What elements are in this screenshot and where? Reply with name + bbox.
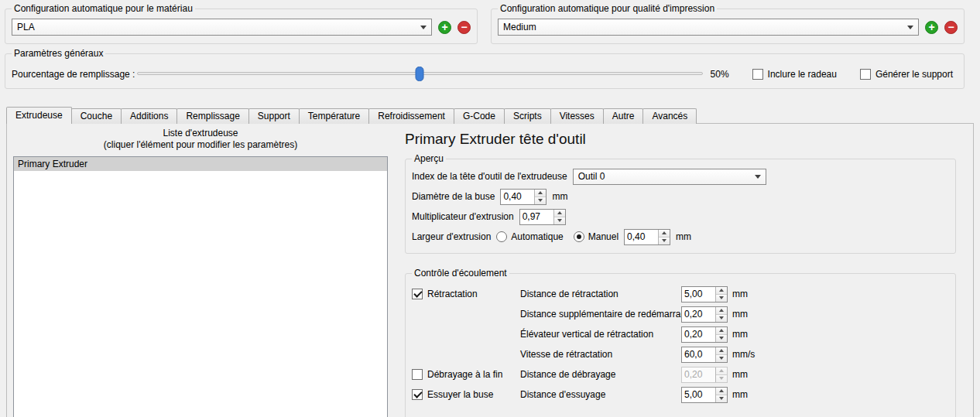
quality-config-group: Configuration automatique pour qualité d… (491, 3, 965, 44)
remove-material-button[interactable]: − (457, 21, 471, 34)
retraction-speed-label: Vitesse de rétractation (520, 349, 681, 360)
list-item-primary-extruder[interactable]: Primary Extruder (14, 157, 387, 171)
extruder-list-title: Liste d'extrudeuse (13, 128, 388, 139)
toolhead-index-select[interactable]: Outil 0 (573, 169, 766, 185)
nozzle-diameter-unit: mm (552, 191, 567, 202)
wipe-distance-spinner (681, 387, 728, 403)
infill-slider[interactable] (137, 66, 703, 82)
wipe-distance-label: Distance d'essuyage (520, 389, 681, 400)
wipe-distance-input[interactable] (682, 388, 715, 402)
nozzle-diameter-input[interactable] (501, 190, 534, 204)
generate-support-checkbox[interactable] (860, 69, 871, 80)
spinner-buttons (715, 367, 727, 382)
toolhead-index-label: Index de la tête d'outil de l'extrudeuse (412, 171, 567, 182)
coast-distance-unit: mm (732, 369, 949, 380)
chevron-down-icon (907, 26, 913, 29)
overview-group: Aperçu Index de la tête d'outil de l'ext… (405, 153, 956, 254)
spin-up-icon (716, 367, 727, 374)
spin-up-icon[interactable] (716, 307, 727, 314)
extrusion-width-auto-radio[interactable] (496, 231, 507, 242)
spin-down-icon[interactable] (716, 294, 727, 302)
tab-couche[interactable]: Couche (71, 108, 122, 124)
extrusion-width-manual-radio[interactable] (574, 231, 584, 242)
extrusion-width-auto-radio-group[interactable]: Automatique (496, 231, 563, 242)
add-quality-button[interactable]: + (925, 21, 938, 34)
spin-up-icon[interactable] (716, 388, 727, 395)
chevron-down-icon (420, 26, 427, 29)
wipe-checkbox-group[interactable]: Essuyer la buse (412, 389, 520, 400)
spin-up-icon[interactable] (554, 210, 565, 217)
spin-up-icon[interactable] (716, 327, 727, 334)
spin-down-icon[interactable] (716, 334, 727, 342)
spin-down-icon[interactable] (554, 217, 565, 224)
material-select[interactable]: PLA (12, 19, 432, 36)
toolhead-index-row: Index de la tête d'outil de l'extrudeuse… (412, 166, 949, 186)
retraction-speed-input[interactable] (682, 347, 715, 362)
wipe-checkbox[interactable] (412, 389, 423, 400)
vertical-lift-spinner (681, 326, 728, 343)
generate-support-checkbox-group[interactable]: Générer le support (860, 69, 953, 80)
toolhead-title: Primary Extruder tête d'outil (405, 131, 586, 148)
spin-up-icon[interactable] (716, 287, 727, 294)
tab-scripts[interactable]: Scripts (504, 108, 551, 124)
spin-up-icon[interactable] (535, 190, 546, 197)
spin-down-icon[interactable] (535, 197, 546, 204)
extrusion-multiplier-label: Multiplicateur d'extrusion (412, 211, 514, 222)
retraction-distance-input[interactable] (682, 287, 715, 302)
retraction-checkbox[interactable] (412, 289, 423, 299)
spin-down-icon (716, 374, 727, 382)
spinner-buttons (715, 388, 727, 402)
extrusion-width-auto-label: Automatique (511, 231, 563, 242)
tab-temperature[interactable]: Température (299, 108, 369, 124)
nozzle-diameter-spinner (500, 189, 547, 205)
spin-up-icon[interactable] (716, 347, 727, 354)
spin-down-icon[interactable] (716, 395, 727, 402)
tab-extrudeuse[interactable]: Extrudeuse (6, 107, 72, 124)
tab-gcode[interactable]: G-Code (454, 108, 505, 124)
infill-slider-handle[interactable] (416, 67, 424, 81)
retraction-checkbox-group[interactable]: Rétractation (412, 289, 520, 299)
extrusion-multiplier-input[interactable] (520, 210, 553, 224)
tab-additions[interactable]: Additions (121, 108, 177, 124)
coast-checkbox[interactable] (412, 369, 423, 380)
spin-up-icon[interactable] (659, 230, 670, 237)
extrusion-width-manual-radio-group[interactable]: Manuel (574, 231, 618, 242)
include-raft-checkbox-group[interactable]: Inclure le radeau (752, 69, 837, 80)
material-config-row: PLA + − (12, 19, 471, 36)
quality-select[interactable]: Medium (498, 19, 919, 36)
spin-down-icon[interactable] (716, 314, 727, 322)
vertical-lift-input[interactable] (682, 327, 715, 342)
plus-icon: + (928, 22, 934, 32)
chevron-down-icon (755, 175, 761, 179)
spin-down-icon[interactable] (659, 237, 670, 244)
vertical-lift-row: Élévateur vertical de rétractation mm (412, 324, 949, 344)
extrusion-width-input[interactable] (625, 230, 658, 244)
extrusion-width-row: Largeur d'extrusion Automatique Manuel (412, 227, 949, 247)
tab-vitesses[interactable]: Vitesses (550, 108, 604, 124)
tab-support[interactable]: Support (248, 108, 300, 124)
tab-autre[interactable]: Autre (603, 108, 644, 124)
material-config-title: Configuration automatique pour le matéri… (12, 3, 195, 14)
ooze-control-group: Contrôle d'écoulement Rétractation Dista… (405, 268, 956, 417)
spinner-buttons (715, 327, 727, 342)
remove-quality-button[interactable]: − (944, 21, 958, 34)
general-settings-group: Paramètres généraux Pourcentage de rempl… (5, 48, 965, 89)
include-raft-label: Inclure le radeau (768, 69, 837, 80)
wipe-distance-row: Essuyer la buse Distance d'essuyage mm (412, 385, 949, 405)
include-raft-checkbox[interactable] (752, 69, 763, 80)
spinner-buttons (658, 230, 670, 244)
tab-avances[interactable]: Avancés (642, 108, 697, 124)
spin-down-icon[interactable] (716, 354, 727, 362)
infill-label: Pourcentage de remplissage : (12, 69, 134, 80)
add-material-button[interactable]: + (438, 21, 451, 34)
plus-icon: + (441, 22, 447, 32)
wipe-label: Essuyer la buse (427, 389, 493, 400)
material-config-group: Configuration automatique pour le matéri… (5, 3, 478, 44)
spinner-buttons (553, 210, 565, 224)
coast-checkbox-group[interactable]: Débrayage à la fin (412, 369, 520, 380)
tab-remplissage[interactable]: Remplissage (176, 108, 248, 124)
tab-refroidissement[interactable]: Refroidissement (368, 108, 454, 124)
vertical-lift-label: Élévateur vertical de rétractation (520, 329, 681, 340)
general-settings-title: Paramètres généraux (12, 48, 105, 59)
restart-distance-input[interactable] (682, 307, 715, 322)
